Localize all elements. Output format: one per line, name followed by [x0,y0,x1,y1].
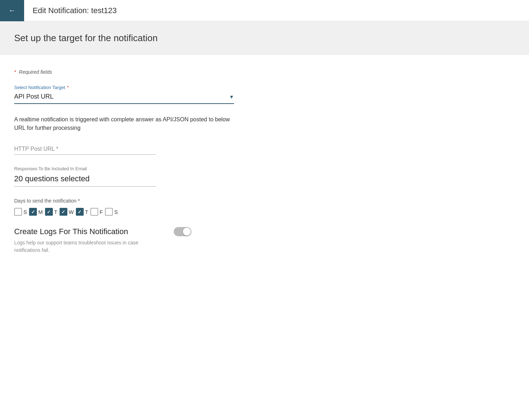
day-checkbox-thursday[interactable] [76,208,84,216]
subtitle-bar: Set up the target for the notification [0,21,529,55]
day-checkbox-saturday[interactable] [105,208,113,216]
day-letter-tuesday: T [54,209,57,215]
notification-target-select[interactable]: API Post URL ▼ [14,92,234,104]
day-letter-friday: F [100,209,103,215]
responses-value[interactable]: 20 questions selected [14,173,234,186]
notification-target-group: Select Notification Target * API Post UR… [14,85,234,104]
day-item-sunday: S [14,208,27,216]
day-checkbox-monday[interactable] [29,208,37,216]
day-item-saturday: S [105,208,118,216]
select-value: API Post URL [14,93,54,100]
days-group: Days to send the notification * S M T W [14,198,234,216]
day-item-friday: F [90,208,103,216]
day-checkbox-tuesday[interactable] [45,208,53,216]
day-checkbox-friday[interactable] [90,208,98,216]
required-note: * Required fields [14,69,234,75]
form-content: * Required fields Select Notification Ta… [0,55,248,268]
day-item-monday: M [29,208,43,216]
responses-label: Responses To Be Included In Email [14,166,234,171]
logs-toggle[interactable] [174,227,191,236]
chevron-down-icon: ▼ [229,94,234,100]
day-checkbox-wednesday[interactable] [60,208,67,216]
days-label: Days to send the notification * [14,198,234,204]
required-star: * [14,69,16,75]
day-item-wednesday: W [60,208,74,216]
day-letter-thursday: T [85,209,88,215]
logs-header: Create Logs For This Notification [14,227,191,236]
day-item-tuesday: T [45,208,57,216]
day-letter-monday: M [38,209,43,215]
day-letter-sunday: S [23,209,27,215]
http-url-input[interactable] [14,144,156,155]
logs-title: Create Logs For This Notification [14,227,128,236]
toggle-knob [183,228,191,236]
day-letter-saturday: S [114,209,118,215]
day-item-thursday: T [76,208,88,216]
http-url-group [14,144,234,155]
api-description: A realtime notification is triggered wit… [14,115,234,132]
day-letter-wednesday: W [69,209,74,215]
day-checkbox-sunday[interactable] [14,208,22,216]
back-button[interactable]: ← [0,0,24,21]
responses-underline [14,186,156,187]
logs-section: Create Logs For This Notification Logs h… [14,227,234,254]
select-display[interactable]: API Post URL ▼ [14,92,234,102]
logs-description: Logs help our support teams troubleshoot… [14,239,149,254]
back-arrow-icon: ← [9,6,16,15]
page-title: Edit Notification: test123 [24,6,117,15]
days-row: S M T W T [14,208,234,216]
notification-target-label: Select Notification Target * [14,85,234,90]
subtitle-text: Set up the target for the notification [14,33,515,44]
page-header: ← Edit Notification: test123 [0,0,529,21]
responses-group: Responses To Be Included In Email 20 que… [14,166,234,187]
